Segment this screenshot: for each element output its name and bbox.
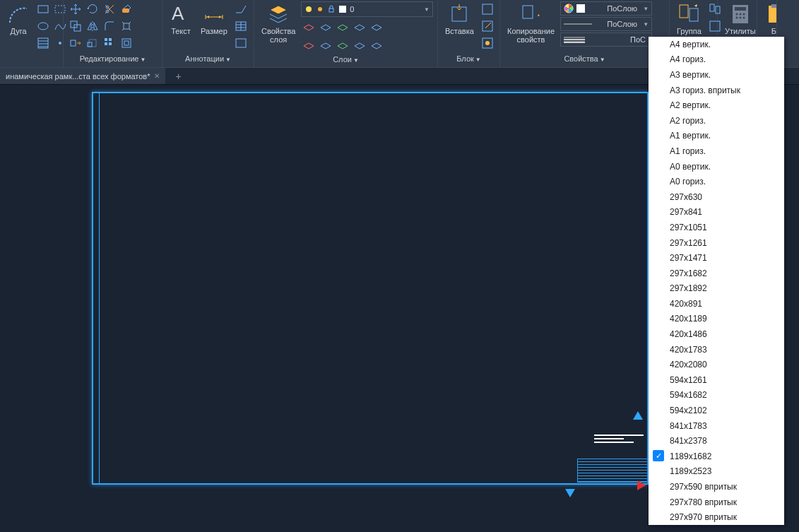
drawing-frame-inner bbox=[99, 92, 649, 485]
bulb-icon bbox=[304, 5, 313, 13]
layer-d-icon[interactable] bbox=[352, 38, 367, 54]
format-option[interactable]: 420x1189 bbox=[649, 312, 784, 327]
layer-c-icon[interactable] bbox=[335, 38, 350, 54]
rotate-icon[interactable] bbox=[85, 1, 100, 17]
dimension-button[interactable]: Размер bbox=[198, 1, 230, 37]
format-dropdown[interactable]: A4 вертик.A4 гориз.A3 вертик.A3 гориз. в… bbox=[649, 37, 784, 525]
format-option[interactable]: A3 гориз. впритык bbox=[649, 83, 784, 98]
offset-icon[interactable] bbox=[119, 35, 134, 51]
format-option[interactable]: 841x1783 bbox=[649, 418, 784, 434]
layer-off-icon[interactable] bbox=[335, 20, 350, 35]
format-option[interactable]: A4 гориз. bbox=[649, 52, 784, 68]
format-option[interactable]: A2 гориз. bbox=[649, 113, 784, 129]
format-option[interactable]: 594x2102 bbox=[649, 403, 784, 418]
color-combo-value: ПоСлою bbox=[588, 4, 640, 13]
panel-properties-title[interactable]: Свойства▼ bbox=[504, 53, 665, 67]
layer-freeze-icon[interactable] bbox=[318, 20, 333, 35]
lineweight-combo[interactable]: ПоС bbox=[560, 32, 652, 47]
format-option[interactable]: 420x1783 bbox=[649, 342, 784, 357]
new-tab-button[interactable]: + bbox=[170, 68, 187, 84]
matchprops-icon bbox=[520, 3, 543, 25]
svg-rect-17 bbox=[109, 42, 112, 45]
arc-button[interactable]: Дуга bbox=[4, 1, 32, 37]
chevron-down-icon: ▼ bbox=[424, 6, 430, 13]
insert-button[interactable]: Вставка bbox=[442, 1, 477, 37]
layer-mk-icon[interactable] bbox=[369, 20, 384, 35]
svg-point-24 bbox=[318, 7, 322, 11]
format-option[interactable]: 841x2378 bbox=[649, 433, 784, 449]
format-option[interactable]: 297x630 bbox=[649, 189, 784, 205]
panel-block-title[interactable]: Блок▼ bbox=[442, 53, 495, 67]
format-option[interactable]: 594x1682 bbox=[649, 388, 784, 403]
layer-combo[interactable]: 0 ▼ bbox=[301, 1, 433, 17]
svg-point-49 bbox=[735, 17, 738, 19]
format-option[interactable]: 297x1261 bbox=[649, 235, 784, 251]
format-option[interactable]: 297x1051 bbox=[649, 220, 784, 235]
svg-rect-53 bbox=[771, 4, 777, 8]
panel-layers-title[interactable]: Слои▼ bbox=[259, 54, 433, 67]
rect-icon[interactable] bbox=[35, 1, 51, 17]
format-option[interactable]: A3 вертик. bbox=[649, 67, 784, 83]
ellipse-icon[interactable] bbox=[35, 18, 51, 34]
format-option[interactable]: 297x970 впритык bbox=[649, 509, 784, 525]
attr-block-icon[interactable] bbox=[480, 35, 495, 51]
color-combo[interactable]: ПоСлою ▼ bbox=[560, 1, 652, 16]
text-button[interactable]: A Текст bbox=[167, 1, 195, 37]
close-icon[interactable]: ✕ bbox=[154, 72, 160, 80]
fillet-icon[interactable] bbox=[102, 18, 117, 34]
linetype-combo[interactable]: ПоСлою ▼ bbox=[560, 17, 652, 31]
format-option[interactable]: A1 гориз. bbox=[649, 143, 784, 159]
format-option[interactable]: 297x1471 bbox=[649, 250, 784, 266]
format-option[interactable]: 1189x1682 bbox=[649, 449, 784, 464]
document-tab[interactable]: инамическая рамк...ста всех форматов* ✕ bbox=[0, 68, 165, 84]
layer-lock-icon[interactable] bbox=[352, 20, 367, 35]
panel-edit-title[interactable]: Редактирование▼ bbox=[68, 53, 158, 67]
layer-e-icon[interactable] bbox=[369, 38, 384, 54]
format-option[interactable]: 297x780 впритык bbox=[649, 495, 784, 510]
clipboard-button[interactable]: Бу bbox=[762, 1, 777, 37]
layer-properties-button[interactable]: Свойства слоя bbox=[259, 1, 298, 45]
format-option[interactable]: A0 гориз. bbox=[649, 174, 784, 189]
copy-icon[interactable] bbox=[68, 18, 83, 34]
svg-point-48 bbox=[742, 13, 745, 16]
group-button[interactable]: Группа bbox=[674, 1, 704, 37]
stretch-icon[interactable] bbox=[68, 35, 83, 51]
format-option[interactable]: 594x1261 bbox=[649, 372, 784, 388]
mirror-icon[interactable] bbox=[85, 18, 100, 34]
format-option[interactable]: 420x2080 bbox=[649, 357, 784, 372]
move-icon[interactable] bbox=[68, 1, 83, 17]
explode-icon[interactable] bbox=[119, 18, 134, 34]
format-option[interactable]: A1 вертик. bbox=[649, 129, 784, 144]
hatch-icon[interactable] bbox=[35, 35, 51, 51]
format-option[interactable]: 420x1486 bbox=[649, 326, 784, 342]
trim-icon[interactable] bbox=[102, 1, 117, 17]
format-option[interactable]: A2 вертик. bbox=[649, 97, 784, 113]
create-block-icon[interactable] bbox=[480, 1, 495, 17]
match-properties-button[interactable]: Копирование свойств bbox=[504, 1, 557, 45]
erase-icon[interactable] bbox=[119, 1, 134, 17]
edit-block-icon[interactable] bbox=[480, 18, 495, 34]
format-option[interactable]: 420x891 bbox=[649, 296, 784, 312]
format-option[interactable]: A4 вертик. bbox=[649, 37, 784, 52]
leader-icon[interactable] bbox=[233, 1, 249, 17]
scale-icon[interactable] bbox=[85, 35, 100, 51]
dynamic-grip-corner[interactable] bbox=[637, 480, 646, 490]
layer-iso-icon[interactable] bbox=[301, 20, 316, 35]
layer-b-icon[interactable] bbox=[318, 38, 333, 54]
format-option[interactable]: 297x841 bbox=[649, 205, 784, 220]
table-icon[interactable] bbox=[233, 18, 249, 34]
chevron-down-icon: ▼ bbox=[643, 6, 649, 12]
dynamic-grip-down[interactable] bbox=[565, 489, 575, 497]
array-icon[interactable] bbox=[102, 35, 117, 51]
format-option[interactable]: 297x1682 bbox=[649, 266, 784, 281]
dynamic-grip-up[interactable] bbox=[633, 411, 643, 420]
format-option[interactable]: 1189x2523 bbox=[649, 464, 784, 480]
mtext-icon[interactable] bbox=[233, 35, 249, 51]
panel-annotations-title[interactable]: Аннотации▼ bbox=[167, 53, 249, 67]
format-option[interactable]: 297x1892 bbox=[649, 281, 784, 297]
svg-rect-32 bbox=[523, 6, 533, 18]
format-option[interactable]: A0 вертик. bbox=[649, 159, 784, 175]
format-option[interactable]: 297x590 впритык bbox=[649, 479, 784, 495]
layer-a-icon[interactable] bbox=[301, 38, 316, 54]
utilities-button[interactable]: Утилиты bbox=[722, 1, 759, 37]
